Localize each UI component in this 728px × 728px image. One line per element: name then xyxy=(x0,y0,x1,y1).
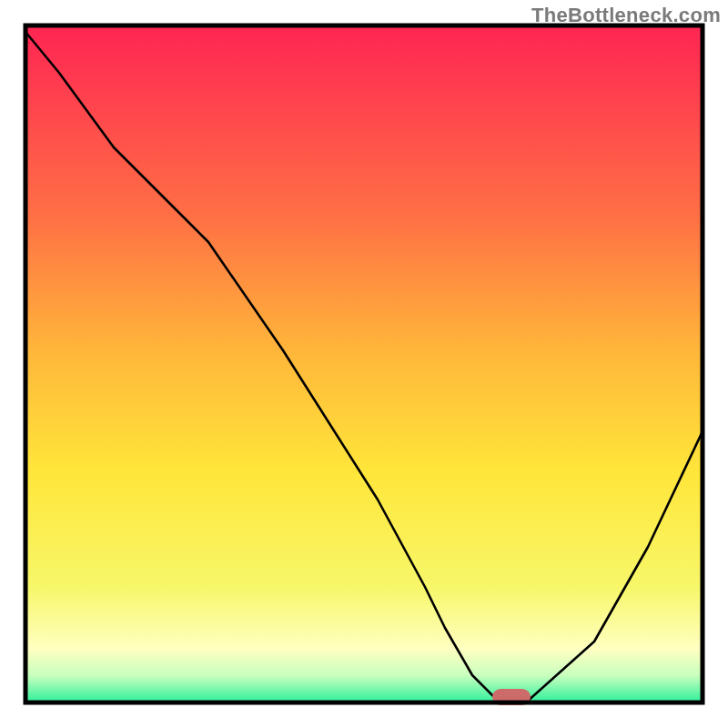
svg-rect-0 xyxy=(25,25,703,703)
bottleneck-chart xyxy=(0,0,728,728)
chart-container: TheBottleneck.com xyxy=(0,0,728,728)
plot-area xyxy=(25,25,703,705)
watermark-text: TheBottleneck.com xyxy=(531,4,721,27)
